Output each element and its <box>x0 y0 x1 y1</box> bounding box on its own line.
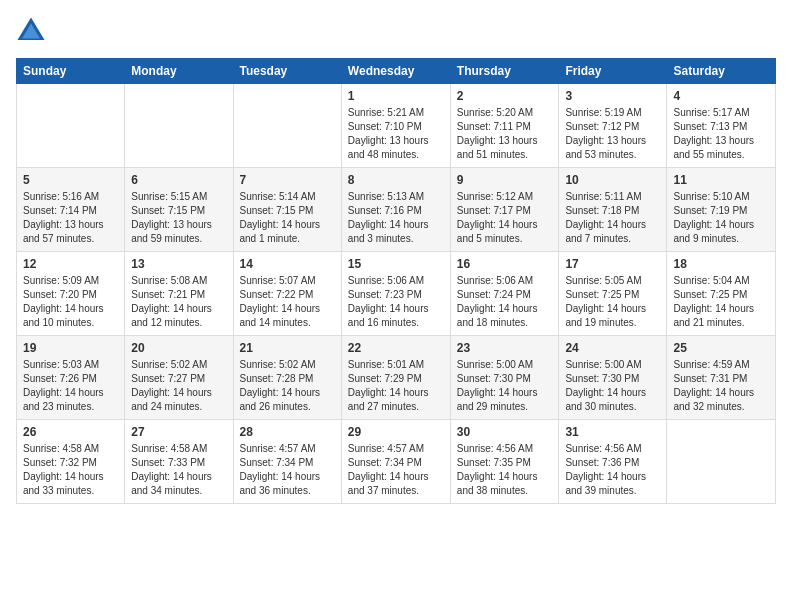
day-info: Sunrise: 5:14 AM Sunset: 7:15 PM Dayligh… <box>240 190 335 246</box>
weekday-header-tuesday: Tuesday <box>233 59 341 84</box>
day-number: 6 <box>131 173 226 187</box>
calendar-cell <box>233 84 341 168</box>
calendar-cell: 22Sunrise: 5:01 AM Sunset: 7:29 PM Dayli… <box>341 336 450 420</box>
day-info: Sunrise: 5:17 AM Sunset: 7:13 PM Dayligh… <box>673 106 769 162</box>
calendar-cell: 12Sunrise: 5:09 AM Sunset: 7:20 PM Dayli… <box>17 252 125 336</box>
day-number: 8 <box>348 173 444 187</box>
day-info: Sunrise: 5:02 AM Sunset: 7:28 PM Dayligh… <box>240 358 335 414</box>
day-info: Sunrise: 5:21 AM Sunset: 7:10 PM Dayligh… <box>348 106 444 162</box>
day-info: Sunrise: 5:06 AM Sunset: 7:23 PM Dayligh… <box>348 274 444 330</box>
calendar-cell: 10Sunrise: 5:11 AM Sunset: 7:18 PM Dayli… <box>559 168 667 252</box>
calendar-cell <box>17 84 125 168</box>
day-number: 9 <box>457 173 553 187</box>
logo-icon <box>16 16 46 46</box>
calendar-week-row-1: 1Sunrise: 5:21 AM Sunset: 7:10 PM Daylig… <box>17 84 776 168</box>
calendar-cell: 25Sunrise: 4:59 AM Sunset: 7:31 PM Dayli… <box>667 336 776 420</box>
calendar-cell: 31Sunrise: 4:56 AM Sunset: 7:36 PM Dayli… <box>559 420 667 504</box>
weekday-header-monday: Monday <box>125 59 233 84</box>
day-info: Sunrise: 5:20 AM Sunset: 7:11 PM Dayligh… <box>457 106 553 162</box>
day-number: 14 <box>240 257 335 271</box>
calendar-cell: 16Sunrise: 5:06 AM Sunset: 7:24 PM Dayli… <box>450 252 559 336</box>
calendar-week-row-5: 26Sunrise: 4:58 AM Sunset: 7:32 PM Dayli… <box>17 420 776 504</box>
day-number: 24 <box>565 341 660 355</box>
day-info: Sunrise: 5:10 AM Sunset: 7:19 PM Dayligh… <box>673 190 769 246</box>
day-info: Sunrise: 5:06 AM Sunset: 7:24 PM Dayligh… <box>457 274 553 330</box>
day-number: 31 <box>565 425 660 439</box>
day-number: 20 <box>131 341 226 355</box>
weekday-header-saturday: Saturday <box>667 59 776 84</box>
day-info: Sunrise: 5:15 AM Sunset: 7:15 PM Dayligh… <box>131 190 226 246</box>
calendar-cell: 9Sunrise: 5:12 AM Sunset: 7:17 PM Daylig… <box>450 168 559 252</box>
calendar-cell: 2Sunrise: 5:20 AM Sunset: 7:11 PM Daylig… <box>450 84 559 168</box>
calendar-cell: 7Sunrise: 5:14 AM Sunset: 7:15 PM Daylig… <box>233 168 341 252</box>
day-number: 25 <box>673 341 769 355</box>
calendar-cell: 19Sunrise: 5:03 AM Sunset: 7:26 PM Dayli… <box>17 336 125 420</box>
day-info: Sunrise: 5:16 AM Sunset: 7:14 PM Dayligh… <box>23 190 118 246</box>
day-info: Sunrise: 4:58 AM Sunset: 7:32 PM Dayligh… <box>23 442 118 498</box>
logo <box>16 16 50 46</box>
weekday-header-friday: Friday <box>559 59 667 84</box>
day-number: 5 <box>23 173 118 187</box>
day-info: Sunrise: 5:01 AM Sunset: 7:29 PM Dayligh… <box>348 358 444 414</box>
day-info: Sunrise: 5:04 AM Sunset: 7:25 PM Dayligh… <box>673 274 769 330</box>
calendar-cell: 5Sunrise: 5:16 AM Sunset: 7:14 PM Daylig… <box>17 168 125 252</box>
day-info: Sunrise: 5:13 AM Sunset: 7:16 PM Dayligh… <box>348 190 444 246</box>
calendar-cell: 4Sunrise: 5:17 AM Sunset: 7:13 PM Daylig… <box>667 84 776 168</box>
calendar-cell: 27Sunrise: 4:58 AM Sunset: 7:33 PM Dayli… <box>125 420 233 504</box>
calendar-cell: 1Sunrise: 5:21 AM Sunset: 7:10 PM Daylig… <box>341 84 450 168</box>
day-number: 28 <box>240 425 335 439</box>
calendar-cell: 6Sunrise: 5:15 AM Sunset: 7:15 PM Daylig… <box>125 168 233 252</box>
day-number: 12 <box>23 257 118 271</box>
day-info: Sunrise: 5:19 AM Sunset: 7:12 PM Dayligh… <box>565 106 660 162</box>
day-info: Sunrise: 4:58 AM Sunset: 7:33 PM Dayligh… <box>131 442 226 498</box>
calendar-week-row-3: 12Sunrise: 5:09 AM Sunset: 7:20 PM Dayli… <box>17 252 776 336</box>
calendar-week-row-2: 5Sunrise: 5:16 AM Sunset: 7:14 PM Daylig… <box>17 168 776 252</box>
day-info: Sunrise: 5:00 AM Sunset: 7:30 PM Dayligh… <box>457 358 553 414</box>
day-number: 16 <box>457 257 553 271</box>
day-number: 29 <box>348 425 444 439</box>
weekday-header-sunday: Sunday <box>17 59 125 84</box>
day-number: 22 <box>348 341 444 355</box>
day-number: 4 <box>673 89 769 103</box>
day-info: Sunrise: 5:03 AM Sunset: 7:26 PM Dayligh… <box>23 358 118 414</box>
day-number: 2 <box>457 89 553 103</box>
day-number: 19 <box>23 341 118 355</box>
day-number: 23 <box>457 341 553 355</box>
day-number: 1 <box>348 89 444 103</box>
calendar-cell: 8Sunrise: 5:13 AM Sunset: 7:16 PM Daylig… <box>341 168 450 252</box>
calendar-cell: 24Sunrise: 5:00 AM Sunset: 7:30 PM Dayli… <box>559 336 667 420</box>
day-info: Sunrise: 4:56 AM Sunset: 7:36 PM Dayligh… <box>565 442 660 498</box>
calendar-cell: 3Sunrise: 5:19 AM Sunset: 7:12 PM Daylig… <box>559 84 667 168</box>
calendar-cell: 15Sunrise: 5:06 AM Sunset: 7:23 PM Dayli… <box>341 252 450 336</box>
calendar-cell: 20Sunrise: 5:02 AM Sunset: 7:27 PM Dayli… <box>125 336 233 420</box>
calendar-cell: 17Sunrise: 5:05 AM Sunset: 7:25 PM Dayli… <box>559 252 667 336</box>
calendar-body: 1Sunrise: 5:21 AM Sunset: 7:10 PM Daylig… <box>17 84 776 504</box>
calendar-cell: 28Sunrise: 4:57 AM Sunset: 7:34 PM Dayli… <box>233 420 341 504</box>
day-info: Sunrise: 5:05 AM Sunset: 7:25 PM Dayligh… <box>565 274 660 330</box>
day-number: 15 <box>348 257 444 271</box>
day-info: Sunrise: 4:57 AM Sunset: 7:34 PM Dayligh… <box>348 442 444 498</box>
day-info: Sunrise: 5:09 AM Sunset: 7:20 PM Dayligh… <box>23 274 118 330</box>
calendar-cell: 30Sunrise: 4:56 AM Sunset: 7:35 PM Dayli… <box>450 420 559 504</box>
calendar-table: SundayMondayTuesdayWednesdayThursdayFrid… <box>16 58 776 504</box>
day-number: 26 <box>23 425 118 439</box>
day-number: 3 <box>565 89 660 103</box>
calendar-header: SundayMondayTuesdayWednesdayThursdayFrid… <box>17 59 776 84</box>
day-number: 27 <box>131 425 226 439</box>
day-info: Sunrise: 5:08 AM Sunset: 7:21 PM Dayligh… <box>131 274 226 330</box>
calendar-cell: 21Sunrise: 5:02 AM Sunset: 7:28 PM Dayli… <box>233 336 341 420</box>
calendar-cell: 14Sunrise: 5:07 AM Sunset: 7:22 PM Dayli… <box>233 252 341 336</box>
calendar-cell: 23Sunrise: 5:00 AM Sunset: 7:30 PM Dayli… <box>450 336 559 420</box>
calendar-cell: 29Sunrise: 4:57 AM Sunset: 7:34 PM Dayli… <box>341 420 450 504</box>
calendar-cell: 26Sunrise: 4:58 AM Sunset: 7:32 PM Dayli… <box>17 420 125 504</box>
calendar-cell <box>667 420 776 504</box>
day-info: Sunrise: 5:12 AM Sunset: 7:17 PM Dayligh… <box>457 190 553 246</box>
day-info: Sunrise: 4:59 AM Sunset: 7:31 PM Dayligh… <box>673 358 769 414</box>
calendar-cell: 18Sunrise: 5:04 AM Sunset: 7:25 PM Dayli… <box>667 252 776 336</box>
day-info: Sunrise: 4:57 AM Sunset: 7:34 PM Dayligh… <box>240 442 335 498</box>
day-info: Sunrise: 4:56 AM Sunset: 7:35 PM Dayligh… <box>457 442 553 498</box>
day-number: 13 <box>131 257 226 271</box>
calendar-cell <box>125 84 233 168</box>
day-number: 11 <box>673 173 769 187</box>
day-number: 17 <box>565 257 660 271</box>
